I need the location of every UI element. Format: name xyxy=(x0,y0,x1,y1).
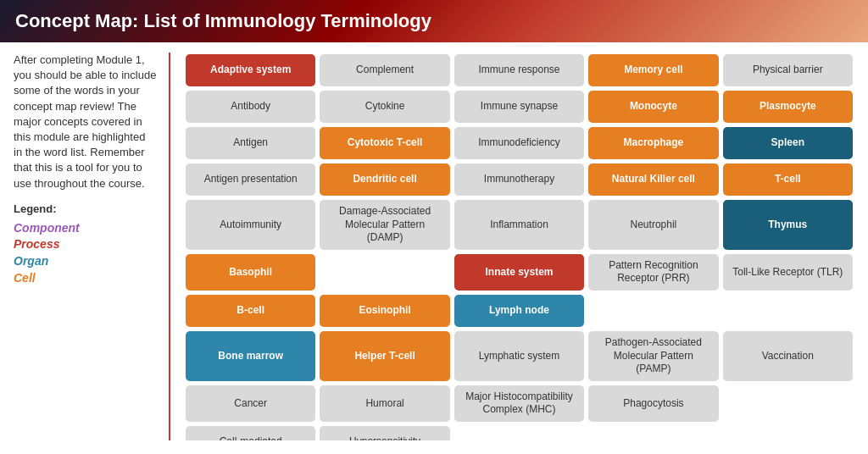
grid-cell-3-0[interactable]: Antigen presentation xyxy=(186,163,315,196)
page-title: Concept Map: List of Immunology Terminol… xyxy=(15,10,431,31)
grid-cell-3-4[interactable]: T-cell xyxy=(723,163,853,196)
grid-cell-3-2[interactable]: Immunotherapy xyxy=(454,163,584,196)
grid-cell-5-2[interactable]: Innate system xyxy=(454,254,584,291)
grid-cell-1-1[interactable]: Cytokine xyxy=(320,91,449,123)
grid-cell-7-4[interactable]: Vaccination xyxy=(723,331,853,381)
sidebar: After completing Module 1, you should be… xyxy=(14,53,170,440)
grid-cell-0-4[interactable]: Physical barrier xyxy=(723,54,853,86)
grid-cell-9-3[interactable] xyxy=(588,426,718,440)
grid-cell-4-0[interactable]: Autoimmunity xyxy=(186,200,315,250)
grid-cell-6-2[interactable]: Lymph node xyxy=(454,295,584,327)
grid-cell-8-4[interactable] xyxy=(723,385,853,422)
grid-cell-5-3[interactable]: Pattern Recognition Receptor (PRR) xyxy=(588,254,718,291)
grid-cell-2-0[interactable]: Antigen xyxy=(186,127,315,159)
grid-cell-8-2[interactable]: Major Histocompatibility Complex (MHC) xyxy=(454,385,584,422)
legend-title: Legend: xyxy=(14,202,157,217)
grid-cell-9-0[interactable]: Cell-mediated xyxy=(186,426,315,440)
grid-cell-7-3[interactable]: Pathogen-Associated Molecular Pattern (P… xyxy=(588,331,718,381)
grid-cell-1-2[interactable]: Immune synapse xyxy=(454,91,584,123)
grid-cell-6-0[interactable]: B-cell xyxy=(186,295,315,327)
grid-cell-0-3[interactable]: Memory cell xyxy=(588,54,718,86)
grid-cell-1-0[interactable]: Antibody xyxy=(186,91,315,123)
grid-cell-7-1[interactable]: Helper T-cell xyxy=(320,331,449,381)
terminology-grid: Adaptive systemComplementImmune response… xyxy=(184,53,854,440)
grid-cell-0-0[interactable]: Adaptive system xyxy=(186,54,315,86)
grid-cell-4-1[interactable]: Damage-Associated Molecular Pattern (DAM… xyxy=(320,200,449,250)
grid-cell-4-4[interactable]: Thymus xyxy=(723,200,853,250)
grid-cell-2-1[interactable]: Cytotoxic T-cell xyxy=(320,127,449,159)
grid-cell-6-4[interactable] xyxy=(723,295,853,327)
grid-cell-2-4[interactable]: Spleen xyxy=(723,127,853,159)
grid-cell-9-1[interactable]: Hypersensitivity xyxy=(320,426,449,440)
intro-text: After completing Module 1, you should be… xyxy=(14,53,157,191)
grid-cell-0-1[interactable]: Complement xyxy=(320,54,449,86)
header: Concept Map: List of Immunology Terminol… xyxy=(0,0,868,42)
grid-cell-7-2[interactable]: Lymphatic system xyxy=(454,331,584,381)
grid-cell-6-3[interactable] xyxy=(588,295,718,327)
grid-cell-8-3[interactable]: Phagocytosis xyxy=(588,385,718,422)
grid-cell-4-2[interactable]: Inflammation xyxy=(454,200,584,250)
grid-cell-4-3[interactable]: Neutrophil xyxy=(588,200,718,250)
legend: Legend: Component Process Organ Cell xyxy=(14,202,157,287)
grid-cell-8-0[interactable]: Cancer xyxy=(186,385,315,422)
grid-cell-6-1[interactable]: Eosinophil xyxy=(320,295,449,327)
grid-cell-9-2[interactable] xyxy=(454,426,584,440)
grid-cell-1-4[interactable]: Plasmocyte xyxy=(723,91,853,123)
legend-cell: Cell xyxy=(14,270,157,287)
grid-cell-2-3[interactable]: Macrophage xyxy=(588,127,718,159)
grid-cell-5-4[interactable]: Toll-Like Receptor (TLR) xyxy=(723,254,853,291)
grid-cell-2-2[interactable]: Immunodeficiency xyxy=(454,127,584,159)
grid-cell-3-1[interactable]: Dendritic cell xyxy=(320,163,449,196)
legend-component: Component xyxy=(14,220,157,237)
legend-organ: Organ xyxy=(14,253,157,270)
grid-cell-3-3[interactable]: Natural Killer cell xyxy=(588,163,718,196)
legend-process: Process xyxy=(14,236,157,253)
grid-cell-5-0[interactable]: Basophil xyxy=(186,254,315,291)
grid-cell-9-4[interactable] xyxy=(723,426,853,440)
grid-cell-5-1[interactable] xyxy=(320,254,449,291)
grid-cell-1-3[interactable]: Monocyte xyxy=(588,91,718,123)
grid-cell-8-1[interactable]: Humoral xyxy=(320,385,449,422)
grid-cell-0-2[interactable]: Immune response xyxy=(454,54,584,86)
grid-cell-7-0[interactable]: Bone marrow xyxy=(186,331,315,381)
